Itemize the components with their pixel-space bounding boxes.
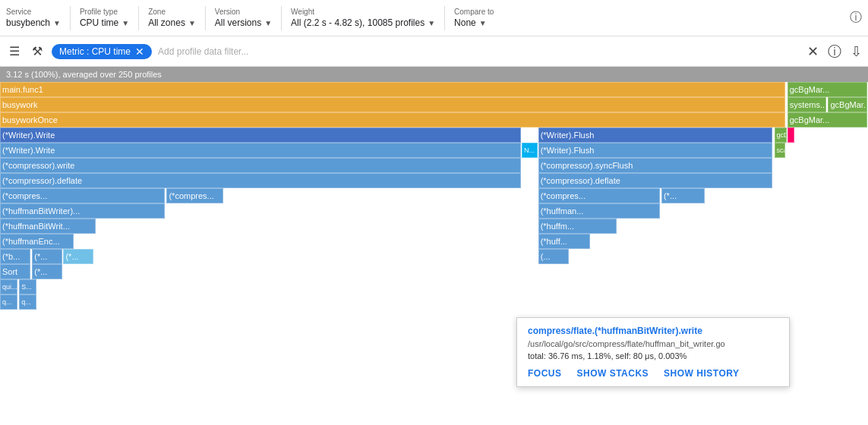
flame-block[interactable]: (*huffmanBitWrit... xyxy=(0,219,96,234)
flame-block[interactable]: busyworkOnce xyxy=(0,112,785,128)
service-label: Service xyxy=(6,8,61,16)
menu-icon[interactable]: ☰ xyxy=(6,41,23,61)
toolbar-right: ✕ ⓘ ⇩ xyxy=(807,42,862,61)
profile-type-label: Profile type xyxy=(80,8,129,16)
flame-block[interactable]: S... xyxy=(19,279,36,294)
flame-block[interactable]: (*huffmanEnc... xyxy=(0,234,74,249)
flame-block[interactable]: q... xyxy=(0,294,17,310)
flame-block[interactable]: (*Writer).Write xyxy=(0,143,521,158)
version-value: All versions xyxy=(215,17,261,28)
flame-row: (*compressor).write(*compressor).syncFlu… xyxy=(0,158,868,173)
flame-row: (*compres...(*compres...(*compres...(*..… xyxy=(0,188,868,203)
flame-block[interactable]: (*Writer).Write xyxy=(0,128,521,143)
flame-block[interactable]: (*... xyxy=(32,264,62,279)
flame-block[interactable]: Sort xyxy=(0,264,30,279)
flame-block[interactable] xyxy=(788,128,794,143)
zone-chevron-icon: ▼ xyxy=(188,19,196,27)
metric-colon: : xyxy=(87,46,92,57)
metric-chip-close-icon[interactable]: ✕ xyxy=(135,46,144,57)
compare-to-select[interactable]: None ▼ xyxy=(454,17,494,28)
flame-row: (*huffmanEnc...(*huff... xyxy=(0,234,868,249)
flame-row: Sort(*... xyxy=(0,264,868,279)
tooltip-actions: FOCUSSHOW STACKSSHOW HISTORY xyxy=(528,368,778,379)
flame-block[interactable]: (*... xyxy=(661,188,705,203)
flame-block[interactable]: busywork xyxy=(0,97,785,112)
tooltip-path: /usr/local/go/src/compress/flate/huffman… xyxy=(528,339,778,348)
flame-block[interactable]: systems... xyxy=(788,97,826,112)
weight-value: All (2.2 s - 4.82 s), 10085 profiles xyxy=(291,17,425,28)
tooltip-title: compress/flate.(*huffmanBitWriter).write xyxy=(528,326,778,336)
profile-header: 3.12 s (100%), averaged over 250 profile… xyxy=(0,67,868,82)
flame-row: busyworkOncegcBgMar... xyxy=(0,112,868,128)
flame-block[interactable]: (*b... xyxy=(0,249,30,264)
flame-row: (*huffmanBitWriter)...(*huffman... xyxy=(0,203,868,219)
tooltip-action-button[interactable]: SHOW HISTORY xyxy=(664,368,739,379)
flame-block[interactable]: gcDrain xyxy=(775,128,787,143)
flame-block[interactable]: (*huffmanBitWriter)... xyxy=(0,203,165,219)
flame-row: (*huffmanBitWrit...(*huffm... xyxy=(0,219,868,234)
profile-header-text: 3.12 s (100%), averaged over 250 profile… xyxy=(6,70,162,79)
flame-block[interactable]: (*compres... xyxy=(166,188,223,203)
flame-block[interactable]: (*compressor).write xyxy=(0,158,521,173)
tooltip-action-button[interactable]: FOCUS xyxy=(528,368,562,379)
divider-2 xyxy=(138,6,139,30)
flame-row: main.func1gcBgMar... xyxy=(0,82,868,97)
flame-block[interactable]: (*compres... xyxy=(538,188,660,203)
service-filter: Service busybench ▼ xyxy=(6,8,61,28)
version-label: Version xyxy=(215,8,272,16)
flame-graph[interactable]: main.func1gcBgMar...busyworksystems...gc… xyxy=(0,82,868,425)
flame-row: q...q... xyxy=(0,294,868,310)
version-chevron-icon: ▼ xyxy=(264,19,272,27)
flame-block[interactable]: (*huff... xyxy=(538,234,591,249)
flame-block[interactable]: (*huffm... xyxy=(538,219,617,234)
flame-block[interactable]: (*compressor).deflate xyxy=(0,173,521,188)
service-chevron-icon: ▼ xyxy=(53,19,61,27)
version-select[interactable]: All versions ▼ xyxy=(215,17,272,28)
flame-block[interactable]: qui... xyxy=(0,279,17,294)
metric-value-text: CPU time xyxy=(92,46,131,57)
close-icon[interactable]: ✕ xyxy=(807,43,819,60)
zone-value: All zones xyxy=(148,17,185,28)
metric-chip[interactable]: Metric : CPU time ✕ xyxy=(52,44,152,59)
weight-select[interactable]: All (2.2 s - 4.82 s), 10085 profiles ▼ xyxy=(291,17,435,28)
flame-block[interactable]: (*compressor).deflate xyxy=(538,173,773,188)
flame-block[interactable]: q... xyxy=(19,294,36,310)
flame-row: (*b...(*...(*...(... xyxy=(0,249,868,264)
tooltip: compress/flate.(*huffmanBitWriter).write… xyxy=(516,317,790,387)
toolbar: ☰ ⚒ Metric : CPU time ✕ Add profile data… xyxy=(0,36,868,67)
flame-block[interactable]: N... xyxy=(522,143,538,158)
zone-select[interactable]: All zones ▼ xyxy=(148,17,196,28)
flame-block[interactable]: (*... xyxy=(32,249,62,264)
version-filter: Version All versions ▼ xyxy=(215,8,272,28)
profile-type-chevron-icon: ▼ xyxy=(122,19,129,27)
compare-to-value: None xyxy=(454,17,476,28)
flame-block[interactable]: gcBgMar... xyxy=(828,97,866,112)
metric-chip-label: Metric : CPU time xyxy=(59,46,131,57)
flame-block[interactable]: gcBgMar... xyxy=(788,112,867,128)
tooltip-action-button[interactable]: SHOW STACKS xyxy=(577,368,649,379)
help-icon[interactable]: ⓘ xyxy=(828,42,841,61)
filter-bar: Service busybench ▼ Profile type CPU tim… xyxy=(0,0,868,36)
divider-3 xyxy=(205,6,206,30)
service-value: busybench xyxy=(6,17,50,28)
flame-block[interactable]: (... xyxy=(538,249,569,264)
divider-4 xyxy=(281,6,282,30)
help-icon[interactable]: ⓘ xyxy=(850,10,862,26)
flame-block[interactable]: (*Writer).Flush xyxy=(538,143,773,158)
flame-block[interactable]: (*Writer).Flush xyxy=(538,128,773,143)
flame-block[interactable]: main.func1 xyxy=(0,82,785,97)
filter-icon[interactable]: ⚒ xyxy=(29,41,46,61)
flame-row: (*Writer).WriteN...(*Writer).Flushscan..… xyxy=(0,143,868,158)
zone-filter: Zone All zones ▼ xyxy=(148,8,196,28)
flame-block[interactable]: (*compres... xyxy=(0,188,165,203)
flame-block[interactable]: scan... xyxy=(775,143,786,158)
filter-placeholder[interactable]: Add profile data filter... xyxy=(158,46,801,57)
flame-block[interactable]: (*huffman... xyxy=(538,203,660,219)
flame-row: qui...S... xyxy=(0,279,868,294)
flame-block[interactable]: (*compressor).syncFlush xyxy=(538,158,773,173)
profile-type-select[interactable]: CPU time ▼ xyxy=(80,17,129,28)
flame-block[interactable]: (*... xyxy=(63,249,93,264)
flame-block[interactable]: gcBgMar... xyxy=(788,82,867,97)
service-select[interactable]: busybench ▼ xyxy=(6,17,61,28)
download-icon[interactable]: ⇩ xyxy=(851,43,862,60)
